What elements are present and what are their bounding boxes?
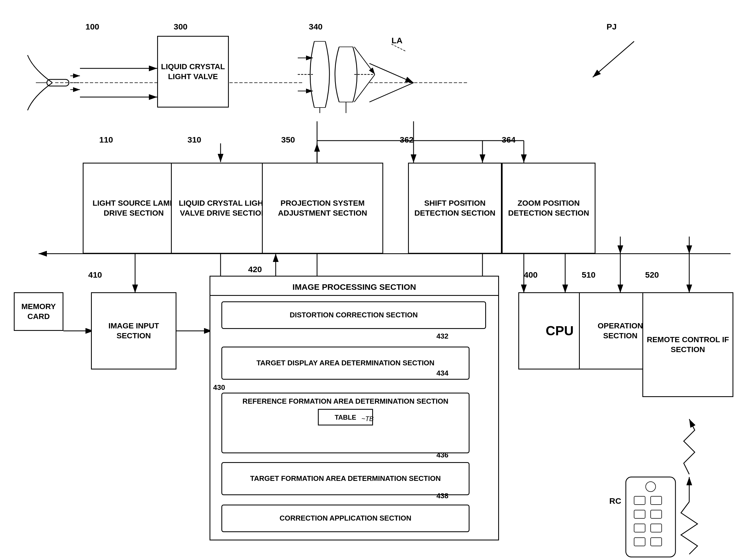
ref-340: 340 <box>309 22 322 32</box>
ref-438: 438 <box>436 491 448 501</box>
svg-rect-68 <box>651 510 662 518</box>
ref-510: 510 <box>582 270 596 279</box>
ref-434: 434 <box>436 369 448 378</box>
lclv-box: LIQUID CRYSTAL LIGHT VALVE <box>157 36 229 107</box>
ref-362: 362 <box>400 135 413 144</box>
image-input-box: IMAGE INPUT SECTION <box>91 292 176 370</box>
reference-formation-box: REFERENCE FORMATION AREA DETERMINATION S… <box>221 393 470 453</box>
svg-line-14 <box>593 41 634 77</box>
label-PJ: PJ <box>607 22 617 32</box>
svg-rect-67 <box>634 510 645 518</box>
ref-310: 310 <box>187 135 201 144</box>
remote-ctrl-box: REMOTE CONTROL IF SECTION <box>642 292 733 397</box>
ref-410: 410 <box>88 270 102 279</box>
ref-350: 350 <box>281 135 295 144</box>
svg-line-63 <box>392 44 405 51</box>
distortion-correction-box: DISTORTION CORRECTION SECTION <box>221 301 486 329</box>
svg-line-58 <box>354 47 375 75</box>
svg-line-60 <box>354 75 375 102</box>
svg-rect-69 <box>634 524 645 532</box>
svg-line-12 <box>369 63 413 83</box>
lclv-drive-box: LIQUID CRYSTAL LIGHT VALVE DRIVE SECTION <box>171 163 276 254</box>
ref-430: 430 <box>213 383 225 392</box>
svg-point-73 <box>646 482 656 491</box>
shift-pos-box: SHIFT POSITION DETECTION SECTION <box>408 163 502 254</box>
ref-420: 420 <box>248 265 262 274</box>
label-RC: RC <box>609 496 621 506</box>
ref-400: 400 <box>524 270 538 279</box>
svg-rect-46 <box>47 79 69 86</box>
light-source-box: LIGHT SOURCE LAMP DRIVE SECTION <box>83 163 185 254</box>
ref-364: 364 <box>502 135 516 144</box>
ref-100: 100 <box>85 22 99 32</box>
target-display-box: TARGET DISPLAY AREA DETERMINATION SECTIO… <box>221 347 470 380</box>
svg-rect-66 <box>651 496 662 505</box>
svg-rect-72 <box>651 538 662 546</box>
label-TB: ~TB <box>361 415 374 423</box>
image-processing-outer-box: IMAGE PROCESSING SECTION DISTORTION CORR… <box>210 276 499 541</box>
ref-436: 436 <box>436 450 448 460</box>
memory-card-box: MEMORY CARD <box>14 292 63 331</box>
svg-rect-71 <box>634 538 645 546</box>
proj-system-box: PROJECTION SYSTEM ADJUSTMENT SECTION <box>262 163 383 254</box>
svg-rect-65 <box>634 496 645 505</box>
ref-300: 300 <box>174 22 187 32</box>
image-processing-title: IMAGE PROCESSING SECTION <box>210 276 498 296</box>
ref-432: 432 <box>436 332 448 341</box>
zoom-pos-box: ZOOM POSITION DETECTION SECTION <box>502 163 596 254</box>
target-formation-box: TARGET FORMATION AREA DETERMINATION SECT… <box>221 462 470 495</box>
correction-app-box: CORRECTION APPLICATION SECTION <box>221 505 470 532</box>
svg-rect-70 <box>651 524 662 532</box>
svg-line-13 <box>369 83 413 102</box>
ref-110: 110 <box>99 135 113 144</box>
ref-520: 520 <box>645 270 659 279</box>
